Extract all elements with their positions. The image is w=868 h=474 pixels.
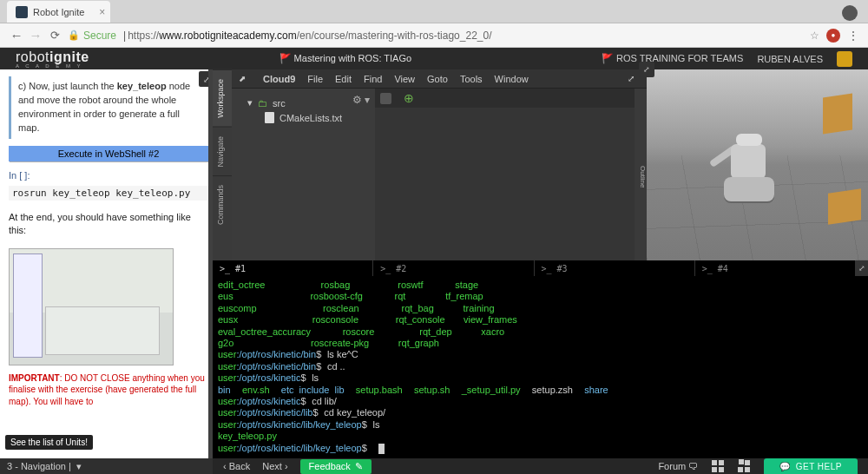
nav-forward-icon: →	[28, 28, 43, 43]
unit-label: 3 - Navigation |	[7, 461, 71, 471]
editor-tabbar: ⊕	[375, 89, 635, 108]
profile-icon[interactable]	[842, 5, 858, 21]
menu-window[interactable]: Window	[495, 74, 529, 84]
next-button[interactable]: Next ›	[262, 461, 287, 471]
unit-nav-bar[interactable]: 3 - Navigation | ▾	[0, 458, 213, 474]
menu-goto[interactable]: Goto	[427, 74, 448, 84]
flag-icon: 🚩	[279, 53, 292, 63]
comment-icon: ✎	[355, 461, 363, 472]
nav-back-icon[interactable]: ←	[9, 28, 24, 43]
forum-link[interactable]: Forum 🗨	[658, 461, 698, 471]
terminal-panel: >_ #1 >_ #2 >_ #3 >_ #4 ⤢ edit_octree ro…	[213, 260, 868, 458]
sidetab-workspace[interactable]: Workspace	[213, 69, 232, 127]
expand-icon[interactable]: ⤢	[856, 260, 868, 276]
site-logo[interactable]: robotignite A C A D E M Y	[16, 49, 89, 69]
after-text: At the end, you should have something li…	[9, 211, 208, 238]
flag-icon: 🚩	[602, 53, 614, 63]
units-tooltip: See the list of Units!	[5, 435, 93, 450]
browser-address-bar: ← → ⟳ 🔒 Secure | https://www.robotignite…	[0, 23, 868, 48]
important-warning: IMPORTANT: DO NOT CLOSE anything when yo…	[9, 372, 208, 408]
result-thumbnail	[9, 248, 174, 365]
extension-icon[interactable]: ●	[826, 29, 840, 43]
menu-view[interactable]: View	[394, 74, 415, 84]
popout-icon[interactable]: ⬈	[239, 74, 246, 83]
tab-close-icon[interactable]: ×	[99, 6, 105, 18]
lock-icon: 🔒	[68, 30, 80, 41]
menu-find[interactable]: Find	[364, 74, 382, 84]
ide-menubar: ⬈ Cloud9 File Edit Find View Goto Tools …	[232, 69, 647, 89]
term-tab-3[interactable]: >_ #3	[535, 260, 695, 276]
term-tab-2[interactable]: >_ #2	[373, 260, 534, 276]
expand-icon[interactable]: ⤢	[639, 62, 654, 77]
code-line: rosrun key_teleop key_teleop.py	[9, 186, 208, 201]
menu-edit[interactable]: Edit	[335, 74, 352, 84]
user-name[interactable]: RUBEN ALVES	[757, 54, 823, 64]
secure-label: Secure	[83, 30, 116, 42]
tree-file[interactable]: CMakeLists.txt	[237, 110, 370, 125]
file-icon	[265, 112, 274, 123]
tab-favicon	[16, 6, 28, 18]
editor-tab-icon[interactable]	[380, 93, 391, 104]
term-tab-1[interactable]: >_ #1	[213, 260, 373, 276]
code-cell: In [ ]:	[9, 170, 208, 181]
back-button[interactable]: ‹ Back	[223, 461, 250, 471]
tree-folder[interactable]: ▾ 🗀 src	[237, 95, 370, 110]
folder-icon: 🗀	[258, 98, 267, 109]
course-bottom-bar: ‹ Back Next › Feedback ✎ Forum 🗨 💬 GET H…	[213, 458, 868, 474]
gear-icon[interactable]: ⚙ ▾	[352, 94, 370, 106]
layout-grid-icon[interactable]	[712, 460, 724, 472]
course-title: 🚩 Mastering with ROS: TIAGo	[279, 53, 412, 64]
avatar[interactable]	[837, 51, 852, 67]
browser-tab-strip: Robot Ignite ×	[0, 0, 868, 23]
terminal-output[interactable]: edit_octree rosbag roswtf stage eus rosb…	[213, 276, 868, 458]
file-tree[interactable]: ⚙ ▾ ▾ 🗀 src CMakeLists.txt	[232, 89, 375, 260]
layout-grid-alt-icon[interactable]	[738, 460, 750, 472]
scene	[647, 69, 868, 260]
sidetab-navigate[interactable]: Navigate	[213, 127, 232, 176]
instruction-text: c) Now, just launch the key_teleop node …	[9, 76, 208, 139]
simulation-viewport[interactable]: ⤢ ⤢	[647, 69, 868, 260]
get-help-button[interactable]: 💬 GET HELP	[764, 458, 858, 475]
teams-link[interactable]: 🚩 ROS TRAINING FOR TEAMS	[602, 53, 743, 64]
sidetab-commands[interactable]: Commands	[213, 175, 232, 234]
terminal-tabs: >_ #1 >_ #2 >_ #3 >_ #4 ⤢	[213, 260, 868, 276]
url-text[interactable]: https://www.robotigniteacademy.com/en/co…	[128, 30, 491, 42]
outline-gutter[interactable]: Outline	[635, 89, 647, 260]
new-tab-plus-icon[interactable]: ⊕	[404, 91, 414, 105]
term-tab-4[interactable]: >_ #4	[695, 260, 856, 276]
expand-ide-icon[interactable]: ⤢	[628, 74, 635, 83]
editor-area[interactable]: ⊕	[375, 89, 635, 260]
menu-cloud9[interactable]: Cloud9	[263, 74, 295, 84]
comment-icon: 🗨	[688, 461, 698, 471]
cell-prompt: In [ ]:	[9, 170, 30, 181]
instructions-panel: ⤢ c) Now, just launch the key_teleop nod…	[0, 69, 213, 474]
execute-webshell-button[interactable]: Execute in WebShell #2	[9, 146, 208, 161]
browser-tab[interactable]: Robot Ignite ×	[7, 1, 110, 23]
furniture	[823, 94, 852, 135]
menu-tools[interactable]: Tools	[460, 74, 483, 84]
feedback-button[interactable]: Feedback ✎	[300, 459, 372, 474]
ide-side-tabs: Workspace Navigate Commands	[213, 69, 232, 260]
chevron-down-icon: ▾	[247, 97, 253, 109]
reload-icon[interactable]: ⟳	[47, 29, 62, 42]
chevron-down-icon: ▾	[76, 461, 82, 472]
tab-title: Robot Ignite	[33, 7, 84, 17]
menu-file[interactable]: File	[307, 74, 323, 84]
bookmark-star-icon[interactable]: ☆	[810, 30, 819, 42]
site-header: robotignite A C A D E M Y 🚩 Mastering wi…	[0, 48, 868, 69]
furniture	[828, 188, 861, 224]
browser-menu-icon[interactable]: ⋮	[847, 29, 859, 43]
